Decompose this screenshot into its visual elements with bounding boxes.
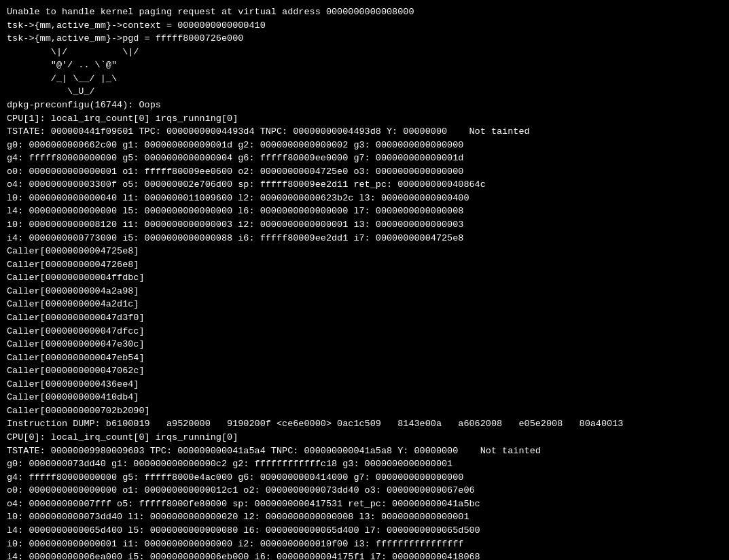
terminal-output: Unable to handle kernel paging request a… (7, 5, 722, 560)
